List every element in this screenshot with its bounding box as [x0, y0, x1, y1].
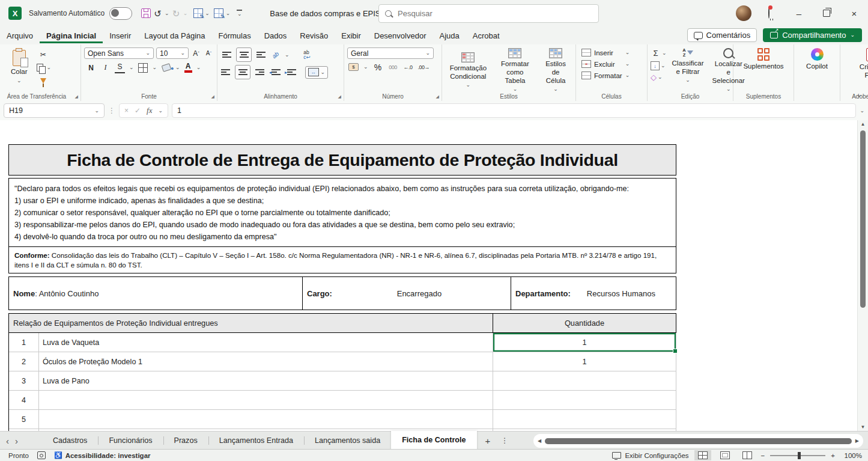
quick-draw-border-button[interactable]: ✎ — [214, 8, 224, 19]
autosum-button[interactable]: Σ — [651, 48, 661, 58]
quick-access-overflow-button[interactable]: ⌄ — [237, 10, 242, 16]
tab-pagina-inicial[interactable]: Página Inicial — [40, 28, 103, 43]
tab-exibir[interactable]: Exibir — [335, 28, 368, 43]
page-break-view-button[interactable] — [739, 450, 756, 460]
font-size-select[interactable]: 10⌄ — [156, 47, 189, 59]
align-top-button[interactable] — [222, 50, 232, 60]
align-left-button[interactable] — [220, 67, 231, 78]
zoom-slider-thumb[interactable] — [798, 452, 801, 459]
addins-button[interactable]: Suplementos — [740, 47, 786, 71]
row-number-cell[interactable]: 5 — [9, 410, 39, 429]
increase-indent-button[interactable]: ▸ — [285, 67, 296, 78]
items-header[interactable]: Relação de Equipamentos de Proteção Indi… — [9, 314, 493, 332]
tab-formulas[interactable]: Fórmulas — [212, 28, 258, 43]
quantity-cell-selected[interactable]: 1 — [493, 333, 676, 352]
sheet-nav-next[interactable]: › — [15, 436, 24, 445]
macro-record-button[interactable] — [37, 451, 46, 459]
bold-button[interactable]: N — [86, 63, 96, 73]
close-button[interactable]: × — [840, 0, 868, 26]
accounting-chevron[interactable]: ⌄ — [363, 64, 368, 70]
paste-button[interactable]: Colar ⌄ — [8, 49, 30, 84]
copilot-button[interactable]: Copilot — [803, 47, 831, 72]
item-cell[interactable]: Óculos de Proteção Modelo 1 — [39, 352, 493, 371]
orientation-chevron[interactable]: ⌄ — [285, 52, 290, 58]
row-number-cell[interactable]: 1 — [9, 333, 39, 352]
clear-button[interactable]: ◇ — [651, 73, 657, 81]
undo-chevron[interactable]: ⌄ — [165, 11, 169, 16]
departamento-cell[interactable]: Departamento:Recursos Humanos — [511, 277, 676, 310]
autosave-toggle[interactable] — [109, 7, 132, 20]
scroll-right-arrow[interactable]: ▶ — [855, 438, 859, 444]
horizontal-scrollbar[interactable]: ◀ ▶ — [533, 434, 863, 448]
undo-button[interactable]: ↺ — [153, 8, 163, 19]
tab-revisao[interactable]: Revisão — [293, 28, 335, 43]
quantity-cell[interactable] — [493, 371, 676, 390]
sheet-nav-prev[interactable]: ‹ — [0, 436, 15, 445]
tab-desenvolvedor[interactable]: Desenvolvedor — [368, 28, 433, 43]
alignment-dialog-launcher[interactable]: ◢ — [338, 94, 341, 99]
item-cell[interactable] — [39, 410, 493, 429]
declaration-block[interactable]: "Declaro para todos os efeitos legais qu… — [8, 178, 676, 247]
number-format-select[interactable]: Geral⌄ — [347, 47, 434, 59]
borders-button[interactable] — [138, 63, 148, 73]
item-cell[interactable]: Luva de Vaqueta — [39, 333, 493, 352]
delete-cells-button[interactable]: × Excluir ⌄ — [581, 60, 630, 68]
fill-button[interactable]: ↓ — [651, 61, 660, 70]
quick-borders-button[interactable]: ✎ — [193, 8, 203, 19]
search-input[interactable] — [396, 8, 592, 19]
format-as-table-button[interactable]: Formatar como Tabela ⌄ — [494, 47, 536, 93]
align-middle-button[interactable] — [236, 47, 252, 62]
whats-new-button[interactable] — [768, 8, 769, 19]
vertical-scrollbar[interactable]: ▲ ▼ — [857, 120, 868, 432]
scroll-up-arrow[interactable]: ▲ — [861, 122, 866, 127]
excel-logo-icon[interactable]: X — [8, 7, 22, 20]
redo-button[interactable]: ↻ — [171, 8, 181, 19]
increase-font-button[interactable]: Aˆ — [191, 48, 201, 58]
search-box[interactable] — [378, 4, 599, 23]
scroll-down-arrow[interactable]: ▼ — [861, 425, 866, 430]
decrease-font-button[interactable]: Aˇ — [204, 48, 214, 58]
sheet-tab-funcionarios[interactable]: Funcionários — [98, 432, 163, 450]
align-center-button[interactable] — [235, 65, 250, 79]
copy-button[interactable] — [35, 63, 45, 73]
page-layout-view-button[interactable] — [717, 450, 733, 460]
row-number-cell[interactable]: 3 — [9, 371, 39, 390]
scroll-left-arrow[interactable]: ◀ — [538, 438, 541, 444]
comments-button[interactable]: Comentários — [687, 28, 757, 42]
redo-chevron[interactable]: ⌄ — [183, 11, 188, 16]
item-cell[interactable] — [39, 391, 493, 409]
vertical-scroll-thumb[interactable] — [860, 130, 866, 308]
cell-styles-button[interactable]: Estilos de Célula ⌄ — [539, 47, 572, 93]
borders-chevron[interactable]: ⌄ — [153, 65, 157, 70]
conforme-block[interactable]: Conforme: Consolidação das leis do Traba… — [8, 247, 676, 273]
form-title[interactable]: Ficha de Controle de Entrega de Equipame… — [8, 144, 676, 176]
sheet-tab-lancamentos-saida[interactable]: Lançamentos saida — [304, 432, 391, 450]
comma-style-button[interactable]: 000 — [388, 62, 398, 72]
sheet-tab-cadastros[interactable]: Cadastros — [42, 432, 98, 450]
quick-draw-border-chevron[interactable]: ⌄ — [226, 11, 231, 16]
maximize-button[interactable] — [813, 0, 840, 26]
number-dialog-launcher[interactable]: ◢ — [436, 94, 439, 99]
quick-borders-chevron[interactable]: ⌄ — [205, 11, 210, 16]
horizontal-scroll-thumb[interactable] — [545, 438, 852, 444]
zoom-out-button[interactable]: − — [761, 452, 765, 459]
sheet-list-button[interactable]: ⋮ — [499, 436, 511, 445]
fill-color-button[interactable] — [161, 63, 171, 73]
quantity-header[interactable]: Quantidade — [493, 314, 676, 332]
sheet-tab-ficha-de-controle[interactable]: Ficha de Controle — [391, 431, 476, 451]
tab-acrobat[interactable]: Acrobat — [466, 28, 506, 43]
tab-arquivo[interactable]: Arquivo — [0, 28, 40, 43]
orientation-button[interactable]: ab — [270, 50, 281, 60]
create-pdf-button[interactable]: Crie um PDF — [853, 47, 868, 81]
save-button[interactable] — [141, 8, 151, 19]
fill-color-chevron[interactable]: ⌄ — [175, 65, 180, 70]
merge-center-button[interactable]: ↔ ⌄ — [305, 66, 328, 79]
font-name-select[interactable]: Open Sans⌄ — [84, 47, 154, 59]
align-bottom-button[interactable] — [256, 50, 266, 60]
decrease-decimal-button[interactable]: .00→ — [418, 62, 430, 72]
nome-cell[interactable]: Nome: Antônio Coutinho — [9, 277, 302, 310]
row-number-cell[interactable]: 4 — [9, 391, 39, 409]
name-box[interactable]: H19 ⌄ — [4, 103, 105, 118]
collapse-ribbon-chevron[interactable]: ⌄ — [857, 91, 862, 99]
zoom-level[interactable]: 100% — [840, 452, 862, 459]
